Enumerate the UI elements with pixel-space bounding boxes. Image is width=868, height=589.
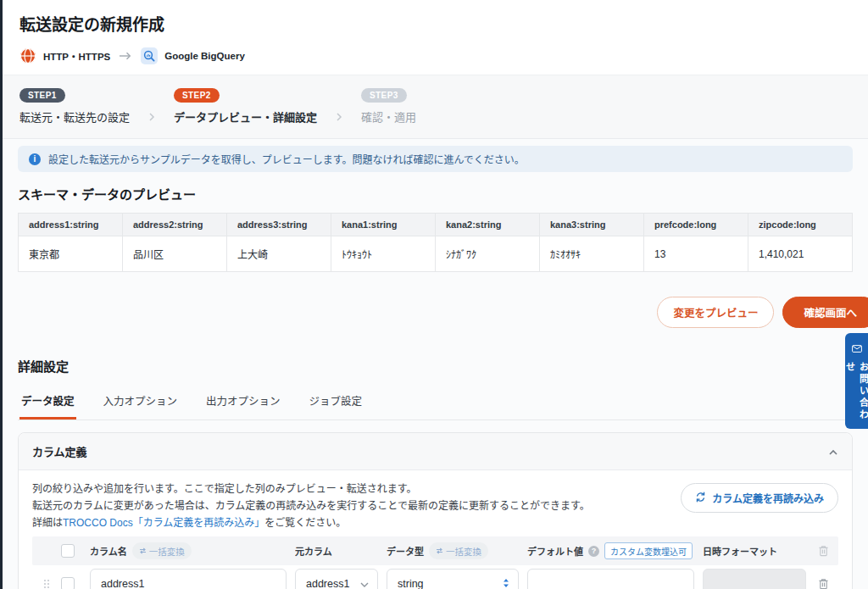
page-header: 転送設定の新規作成 HTTP・HTTPS Google BigQuery	[3, 0, 868, 75]
source-column-select[interactable]: address1	[295, 569, 378, 589]
actions-row: 変更をプレビュー 確認画面へ	[18, 297, 853, 328]
custom-variable-badge: カスタム変数埋込可	[604, 542, 693, 559]
preview-heading: スキーマ・データのプレビュー	[18, 185, 853, 203]
chevron-down-icon	[360, 578, 369, 589]
docs-line-suffix: をご覧ください。	[264, 517, 346, 529]
contact-tab-label: お問い合わせ	[843, 362, 868, 429]
preview-header-row: address1:string address2:string address3…	[19, 214, 853, 236]
bigquery-icon	[141, 47, 158, 64]
step-1: STEP1 転送元・転送先の設定	[19, 88, 130, 125]
step-3-badge: STEP3	[361, 88, 407, 103]
preview-cell: 上大崎	[227, 236, 331, 272]
source-column-header: 元カラム	[295, 544, 378, 558]
preview-col-header: kana1:string	[331, 214, 436, 236]
connection-row: HTTP・HTTPS Google BigQuery	[19, 47, 851, 64]
column-row-address1: address1 string	[32, 565, 838, 589]
preview-col-header: prefcode:long	[644, 214, 748, 236]
bulk-delete-icon[interactable]	[815, 545, 832, 557]
default-value-header: デフォルト値 ? カスタム変数埋込可	[527, 542, 694, 559]
updown-arrows-icon	[503, 578, 509, 589]
content: i 設定した転送元からサンプルデータを取得し、プレビューします。問題なければ確認…	[3, 139, 868, 589]
reload-button-label: カラム定義を再読み込み	[712, 491, 824, 505]
preview-cell: 1,410,021	[748, 236, 853, 272]
details-heading: 詳細設定	[18, 357, 853, 375]
step-1-badge: STEP1	[19, 88, 65, 103]
step-2-badge: STEP2	[174, 88, 220, 103]
info-banner: i 設定した転送元からサンプルデータを取得し、プレビューします。問題なければ確認…	[18, 146, 853, 172]
docs-link[interactable]: TROCCO Docs「カラム定義を再読み込み」	[63, 517, 264, 529]
step-separator-icon	[130, 112, 174, 125]
column-definition-card: カラム定義 列の絞り込みや追加を行います。ここで指定した列のみプレビュー・転送さ…	[18, 432, 853, 589]
envelope-icon	[852, 341, 862, 356]
step-1-label: 転送元・転送先の設定	[19, 108, 130, 125]
preview-col-header: address3:string	[227, 214, 331, 236]
column-definition-header[interactable]: カラム定義	[19, 433, 852, 470]
delete-row-icon[interactable]	[815, 578, 832, 589]
destination-label: Google BigQuery	[164, 51, 245, 61]
preview-cell: ﾄｳｷｮｳﾄ	[331, 236, 436, 272]
datetime-format-header: 日時フォーマット	[703, 544, 806, 558]
reload-column-definition-button[interactable]: カラム定義を再読み込み	[681, 483, 838, 513]
drag-handle-icon[interactable]	[41, 579, 53, 589]
tab-output-options[interactable]: 出力オプション	[204, 385, 282, 420]
preview-cell: 13	[644, 236, 748, 272]
column-name-input[interactable]	[90, 569, 287, 589]
step-3-label: 確認・適用	[361, 108, 416, 125]
step-2: STEP2 データプレビュー・詳細設定	[174, 88, 317, 125]
reload-icon	[695, 492, 706, 505]
preview-data-row: 東京都 品川区 上大崎 ﾄｳｷｮｳﾄ ｼﾅｶﾞﾜｸ ｶﾐｵｵｻｷ 13 1,41…	[19, 236, 853, 272]
preview-cell: 品川区	[123, 236, 227, 272]
http-https-icon	[19, 47, 36, 64]
preview-col-header: kana3:string	[540, 214, 644, 236]
preview-col-header: address1:string	[19, 214, 123, 236]
column-definition-title: カラム定義	[32, 443, 87, 459]
go-to-confirm-button[interactable]: 確認画面へ	[782, 297, 868, 328]
schema-preview-table: address1:string address2:string address3…	[18, 213, 853, 272]
desc-line-1: 列の絞り込みや追加を行います。ここで指定した列のみプレビュー・転送されます。	[32, 483, 417, 495]
step-separator-icon	[317, 112, 361, 125]
info-icon: i	[29, 153, 41, 165]
steps-bar: STEP1 転送元・転送先の設定 STEP2 データプレビュー・詳細設定 STE…	[3, 75, 868, 139]
preview-col-header: kana2:string	[436, 214, 540, 236]
select-all-checkbox[interactable]	[61, 544, 75, 558]
info-banner-text: 設定した転送元からサンプルデータを取得し、プレビューします。問題なければ確認に進…	[48, 152, 525, 166]
preview-changes-button[interactable]: 変更をプレビュー	[657, 297, 774, 328]
data-type-header: データ型 一括変換	[387, 542, 519, 559]
tab-input-options[interactable]: 入力オプション	[102, 385, 180, 420]
column-definition-body: 列の絞り込みや追加を行います。ここで指定した列のみプレビュー・転送されます。 転…	[19, 470, 852, 589]
step-3: STEP3 確認・適用	[361, 88, 416, 125]
column-definition-description: 列の絞り込みや追加を行います。ここで指定した列のみプレビュー・転送されます。 転…	[32, 481, 590, 531]
arrow-right-icon	[119, 52, 132, 60]
column-name-header: カラム名 一括変換	[90, 542, 287, 559]
docs-line-prefix: 詳細は	[32, 517, 63, 529]
data-type-select[interactable]: string	[387, 569, 519, 589]
source-label: HTTP・HTTPS	[43, 49, 110, 63]
bulk-convert-badge[interactable]: 一括変換	[132, 542, 192, 559]
step-2-label: データプレビュー・詳細設定	[174, 108, 317, 125]
page-title: 転送設定の新規作成	[19, 12, 851, 35]
bulk-convert-badge[interactable]: 一括変換	[429, 542, 488, 559]
desc-line-2: 転送元のカラムに変更があった場合は、カラム定義の再読み込みを実行することで最新の…	[32, 500, 590, 512]
preview-cell: ｼﾅｶﾞﾜｸ	[436, 236, 540, 272]
contact-tab[interactable]: お問い合わせ	[845, 333, 868, 429]
help-icon[interactable]: ?	[588, 546, 599, 557]
preview-col-header: address2:string	[123, 214, 227, 236]
preview-cell: ｶﾐｵｵｻｷ	[540, 236, 644, 272]
main-page: 転送設定の新規作成 HTTP・HTTPS Google BigQuery STE…	[3, 0, 868, 589]
row-checkbox[interactable]	[61, 577, 75, 589]
collapse-chevron-icon[interactable]	[828, 444, 838, 459]
datetime-format-input	[703, 569, 806, 589]
preview-cell: 東京都	[19, 236, 123, 272]
preview-col-header: zipcode:long	[748, 214, 853, 236]
tab-job-settings[interactable]: ジョブ設定	[308, 385, 364, 420]
tab-data-settings[interactable]: データ設定	[19, 385, 76, 420]
column-table-header: カラム名 一括変換 元カラム データ型 一括変換	[32, 536, 838, 565]
sidebar-edge	[0, 0, 3, 589]
details-tabs: データ設定 入力オプション 出力オプション ジョブ設定	[18, 385, 853, 420]
default-value-input[interactable]	[527, 569, 694, 589]
